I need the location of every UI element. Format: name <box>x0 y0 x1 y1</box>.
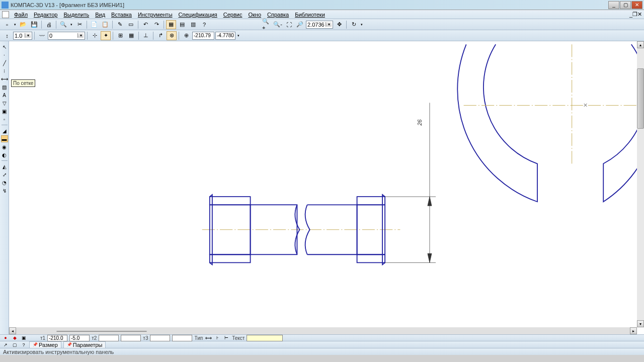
t3-y-field[interactable] <box>172 335 192 341</box>
dropdown-arrow-icon[interactable]: ▾ <box>77 33 84 38</box>
coord-x-field[interactable] <box>192 32 214 40</box>
create-icon[interactable]: ◆ <box>11 335 18 341</box>
text-field[interactable] <box>247 335 283 341</box>
menu-edit[interactable]: Редактор <box>31 11 60 18</box>
snap-grid-button[interactable]: ⊞ <box>115 31 125 40</box>
new-button[interactable]: ▫ <box>2 20 12 29</box>
paste-button[interactable]: 📋 <box>100 20 110 29</box>
step-input[interactable]: 1.0 ▾ <box>13 32 32 40</box>
zoom-out-button[interactable]: 🔍- <box>273 20 283 29</box>
menu-help[interactable]: Справка <box>264 11 292 18</box>
copy-button[interactable]: 📄 <box>89 20 99 29</box>
type3-icon[interactable]: ⊢ <box>223 335 230 341</box>
break-tool-icon[interactable]: ⤢ <box>1 171 8 178</box>
preview-dropdown-icon[interactable]: ▾ <box>69 20 73 29</box>
print-button[interactable]: 🖨 <box>44 20 54 29</box>
open-button[interactable]: 📂 <box>18 20 28 29</box>
t1-y-field[interactable] <box>69 335 90 341</box>
coord-y-field[interactable] <box>215 32 235 40</box>
scroll-up-icon[interactable]: ▴ <box>637 41 644 48</box>
doc-restore-button[interactable]: ❐ <box>632 11 637 18</box>
props-button[interactable]: ▭ <box>126 20 136 29</box>
measure-tool-icon[interactable]: ◢ <box>1 127 8 134</box>
pan-button[interactable]: ✥ <box>334 20 344 29</box>
xyz-button[interactable]: ⊗ <box>167 31 177 40</box>
snap-toggle-button[interactable]: ↕ <box>2 31 12 40</box>
dim-tool-icon[interactable]: ⟷ <box>1 75 8 82</box>
coord-dd-icon[interactable]: ▾ <box>236 31 240 40</box>
zoom-fit-button[interactable]: ⛶ <box>284 20 294 29</box>
close-button[interactable]: ✕ <box>631 1 642 9</box>
spec-tool-icon[interactable]: ◉ <box>1 143 8 150</box>
menu-libs[interactable]: Библиотеки <box>292 11 328 18</box>
t3-x-field[interactable] <box>150 335 170 341</box>
document-icon[interactable] <box>2 11 9 18</box>
scroll-left-icon[interactable]: ◂ <box>9 327 16 334</box>
tab-nav1-icon[interactable]: ↗ <box>2 342 9 348</box>
vertical-scrollbar[interactable]: ▴ ▾ <box>637 41 644 327</box>
zoom-scale-input[interactable]: 2.0736 ▾ <box>306 21 333 29</box>
t2-x-field[interactable] <box>99 335 119 341</box>
edit-tool-icon[interactable]: ▬ <box>1 135 8 142</box>
format-button[interactable]: ✎ <box>115 20 125 29</box>
type2-icon[interactable]: ⊦ <box>214 335 221 341</box>
menu-tools[interactable]: Инструменты <box>135 11 176 18</box>
menu-file[interactable]: Файл <box>11 11 31 18</box>
zoom-in-button[interactable]: 🔍+ <box>262 20 272 29</box>
doc-close-button[interactable]: ✕ <box>637 11 642 18</box>
tab-nav2-icon[interactable]: ▢ <box>11 342 18 348</box>
menu-select[interactable]: Выделить <box>60 11 92 18</box>
scroll-thumb[interactable] <box>637 68 644 129</box>
drawing-canvas[interactable]: По сетке <box>9 41 644 334</box>
cut-button[interactable]: ✂ <box>74 20 85 29</box>
trace-button[interactable]: ↱ <box>155 31 166 40</box>
segment-tool-icon[interactable]: ╱ <box>1 59 8 66</box>
report-tool-icon[interactable]: ◐ <box>1 151 8 158</box>
insert-tool-icon[interactable]: ◔ <box>1 179 8 186</box>
cursor-tool-icon[interactable]: ↖ <box>1 43 8 50</box>
text-tool-icon[interactable]: A <box>1 92 8 99</box>
build-tool-icon[interactable]: ▣ <box>1 108 8 115</box>
type1-icon[interactable]: ⟷ <box>205 335 212 341</box>
maximize-button[interactable]: ▢ <box>620 1 631 9</box>
point-tool-icon[interactable]: · <box>1 51 8 58</box>
dropdown-arrow-icon[interactable]: ▾ <box>326 22 332 27</box>
menu-spec[interactable]: Спецификация <box>176 11 220 18</box>
view-tool-icon[interactable]: ◭ <box>1 163 8 170</box>
zoom-sel-button[interactable]: 🔎 <box>295 20 305 29</box>
snap-grid2-button[interactable]: ▦ <box>126 31 136 40</box>
scroll-right-icon[interactable]: ▸ <box>630 327 637 334</box>
undo-button[interactable]: ↶ <box>140 20 150 29</box>
rough-tool-icon[interactable]: ▽ <box>1 100 8 107</box>
menu-insert[interactable]: Вставка <box>108 11 135 18</box>
dropdown-arrow-icon[interactable]: ▾ <box>25 33 31 38</box>
refresh-dd-icon[interactable]: ▾ <box>360 20 364 29</box>
aux-tool-icon[interactable]: ⁝ <box>1 67 8 74</box>
menu-window[interactable]: Окно <box>245 11 264 18</box>
menu-service[interactable]: Сервис <box>220 11 246 18</box>
coord-mode-icon[interactable]: ⊕ <box>181 31 191 40</box>
scroll-thumb[interactable] <box>56 331 147 332</box>
tab-params[interactable]: 📌 Параметры <box>63 341 106 348</box>
save-button[interactable]: 💾 <box>29 20 39 29</box>
redo-button[interactable]: ↷ <box>151 20 162 29</box>
ortho-button[interactable]: ⊥ <box>141 31 151 40</box>
stop-icon[interactable]: ● <box>2 335 9 341</box>
manager-button[interactable]: ▦ <box>166 20 176 29</box>
vars-button[interactable]: ▤ <box>177 20 187 29</box>
tab-nav3-icon[interactable]: ? <box>20 342 27 348</box>
t2-y-field[interactable] <box>121 335 141 341</box>
param-tool-icon[interactable]: ▫ <box>1 116 8 123</box>
new-dropdown-icon[interactable]: ▾ <box>13 20 17 29</box>
tab-size[interactable]: 📌 Размер <box>29 341 61 348</box>
snap2-button[interactable]: ✦ <box>101 31 111 40</box>
scroll-down-icon[interactable]: ▾ <box>637 320 644 327</box>
auto-icon[interactable]: ▣ <box>20 335 27 341</box>
menu-view[interactable]: Вид <box>92 11 108 18</box>
insert2-tool-icon[interactable]: ↯ <box>1 187 8 194</box>
horizontal-scrollbar[interactable]: ◂ ▸ <box>9 327 637 334</box>
minimize-button[interactable]: _ <box>608 1 619 9</box>
help-context-button[interactable]: ? <box>199 20 209 29</box>
preview-button[interactable]: 🔍 <box>58 20 68 29</box>
refresh-button[interactable]: ↻ <box>349 20 359 29</box>
